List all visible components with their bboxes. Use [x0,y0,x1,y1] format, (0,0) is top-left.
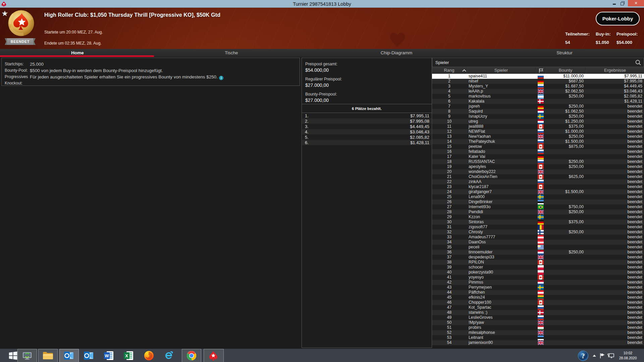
svg-text:W: W [105,353,109,358]
svg-text:X: X [125,353,128,358]
svg-text:?: ? [582,352,585,360]
